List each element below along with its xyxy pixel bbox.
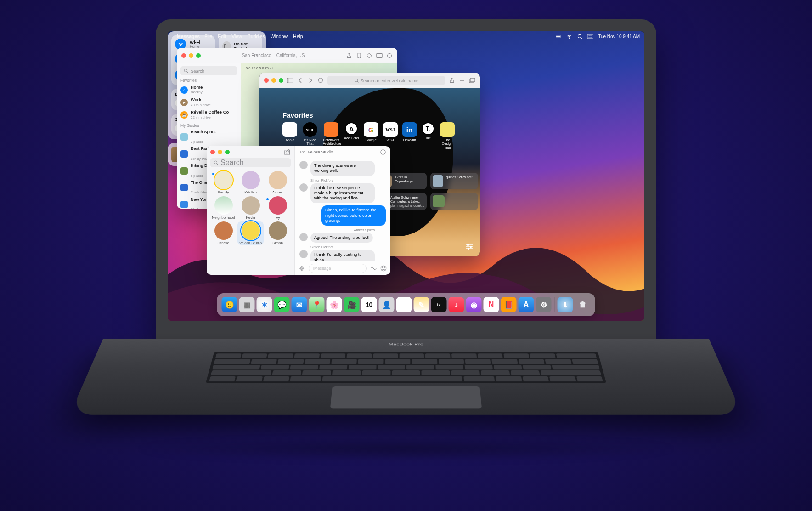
svg-text:i: i (383, 150, 383, 153)
maps-location-label: San Francisco – California, US (204, 53, 342, 58)
fav-google[interactable]: GGoogle (364, 122, 378, 150)
info-icon[interactable]: i (380, 149, 386, 155)
page-settings-icon[interactable] (465, 244, 474, 250)
dock-appstore[interactable]: A (519, 297, 534, 312)
url-input[interactable]: Search or enter website name (327, 76, 445, 85)
dock-mail[interactable]: ✉ (292, 297, 307, 312)
brand-label: MacBook Pro (389, 342, 423, 346)
share-icon[interactable] (346, 53, 352, 58)
minimize-button[interactable] (189, 53, 193, 58)
view-mode-icon[interactable] (376, 53, 383, 58)
close-button[interactable] (210, 150, 215, 154)
control-center-icon[interactable] (587, 34, 593, 39)
contact-kevin[interactable]: Kevin (237, 196, 264, 220)
contacts-grid: Family Kristian Amber Neighborhood Kevin… (210, 171, 291, 245)
dock-preferences[interactable]: ⚙ (536, 297, 552, 312)
dock-finder[interactable]: 🙂 (222, 297, 237, 312)
chat-thread[interactable]: The driving scenes are working well. Sim… (295, 158, 390, 261)
menu-edit[interactable]: Edit (218, 34, 226, 39)
messages-window: Search Family Kristian Amber Neighborhoo… (207, 146, 390, 275)
dock-downloads[interactable]: ⬇ (558, 297, 573, 312)
dock-podcasts[interactable]: ◉ (466, 297, 482, 312)
wifi-icon[interactable] (566, 34, 572, 39)
compose-icon[interactable] (284, 149, 291, 155)
imessage-input[interactable]: iMessage (309, 264, 367, 273)
minimize-button[interactable] (218, 150, 222, 154)
dock-news[interactable]: N (484, 297, 499, 312)
fav-nice[interactable]: NICEIt's Nice That (302, 122, 318, 150)
contact-simon[interactable]: Simon (265, 221, 291, 245)
messages-search-input[interactable]: Search (210, 158, 291, 167)
battery-icon[interactable] (556, 34, 562, 39)
contact-family[interactable]: Family (210, 171, 237, 194)
favorite-home[interactable]: ⌂HomeNearby (180, 84, 237, 96)
reading-card[interactable]: guides.12hrs.net/… (430, 173, 478, 189)
favorite-coffee[interactable]: ☕Réveille Coffee Co22 min drive (180, 108, 237, 121)
zoom-button[interactable] (196, 53, 201, 58)
dock-music[interactable]: ♪ (449, 297, 464, 312)
minimize-button[interactable] (271, 78, 276, 83)
dock-maps[interactable]: 📍 (309, 297, 325, 312)
safari-toolbar: Search or enter website name (259, 73, 480, 88)
spotlight-icon[interactable] (577, 34, 583, 39)
search-icon (214, 160, 218, 165)
shield-icon[interactable] (317, 78, 324, 83)
dock-photos[interactable]: 🌸 (327, 297, 342, 312)
menu-help[interactable]: Help (293, 34, 303, 39)
dock-tv[interactable]: tv (431, 297, 447, 312)
apps-icon[interactable] (299, 265, 305, 272)
tabs-icon[interactable] (469, 78, 475, 83)
fav-tait[interactable]: T.Tait (422, 122, 434, 150)
dock-trash[interactable]: 🗑 (575, 297, 591, 312)
directions-icon[interactable] (366, 53, 372, 58)
forward-icon[interactable] (307, 78, 314, 83)
contact-ivy[interactable]: Ivy (265, 196, 291, 220)
zoom-button[interactable] (279, 78, 283, 83)
contact-janelle[interactable]: Janelle (210, 221, 237, 245)
fav-linkedin[interactable]: inLinkedIn (402, 122, 417, 150)
dock-contacts[interactable]: 👤 (379, 297, 395, 312)
fav-ace[interactable]: AAce Hotel (344, 122, 359, 150)
contact-neighborhood[interactable]: Neighborhood (210, 196, 237, 220)
menu-view[interactable]: View (231, 34, 242, 39)
dock-books[interactable]: 📕 (501, 297, 517, 312)
dock-facetime[interactable]: 🎥 (344, 297, 360, 312)
back-icon[interactable] (297, 78, 304, 83)
emoji-icon[interactable] (380, 265, 387, 272)
home-pin-icon: ⌂ (180, 86, 188, 94)
reading-card[interactable] (430, 193, 478, 210)
guide-item[interactable]: Beach Spots9 places (180, 129, 237, 146)
svg-point-23 (468, 244, 469, 246)
contact-velosa[interactable]: Velosa Studio (237, 221, 264, 245)
svg-point-16 (355, 79, 357, 81)
dock-calendar[interactable]: 10 (361, 297, 377, 312)
fav-patchwork[interactable]: Patchwork Architecture (323, 122, 339, 150)
contact-kristian[interactable]: Kristian (237, 171, 264, 194)
messages-sidebar: Search Family Kristian Amber Neighborhoo… (207, 146, 295, 275)
dock-safari[interactable]: ✶ (257, 297, 272, 312)
menubar-app-name[interactable]: Messages (177, 34, 200, 39)
fav-design-files[interactable]: The Design Files (439, 122, 456, 150)
fav-apple[interactable]: Apple (282, 122, 297, 150)
menu-window[interactable]: Window (271, 34, 288, 39)
menu-buddies[interactable]: Buddies (248, 34, 265, 39)
share-icon[interactable] (449, 78, 455, 83)
fav-wsj[interactable]: WSJWSJ (383, 122, 398, 150)
close-button[interactable] (181, 53, 186, 58)
menubar-datetime[interactable]: Tue Nov 10 9:41 AM (598, 34, 640, 39)
menu-file[interactable]: File (204, 34, 212, 39)
favorite-work[interactable]: ▸Work23 min drive (180, 96, 237, 108)
dock-launchpad[interactable]: ▦ (239, 297, 255, 312)
zoom-button[interactable] (225, 150, 230, 154)
dock-notes[interactable]: ✎ (414, 297, 429, 312)
contact-amber[interactable]: Amber (265, 171, 291, 194)
close-button[interactable] (264, 78, 269, 83)
new-tab-icon[interactable] (459, 78, 465, 83)
maps-search-input[interactable]: Search (180, 66, 237, 75)
voice-icon[interactable] (370, 265, 377, 272)
map-settings-icon[interactable] (386, 53, 393, 58)
bookmark-icon[interactable] (356, 53, 362, 58)
dock-reminders[interactable]: ☑ (396, 297, 412, 312)
sidebar-icon[interactable] (287, 78, 293, 83)
dock-messages[interactable]: 💬 (274, 297, 290, 312)
